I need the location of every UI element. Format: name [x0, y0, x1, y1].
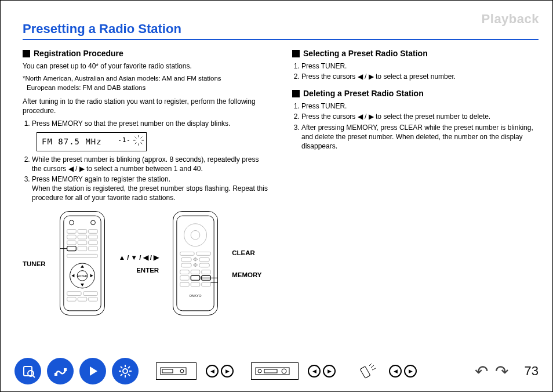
sel-step-1: Press TUNER. — [301, 61, 539, 71]
back-button[interactable]: ↶ — [475, 362, 488, 381]
device-1 — [156, 362, 197, 380]
svg-point-83 — [282, 369, 286, 373]
svg-line-73 — [121, 366, 122, 368]
note-na: *North American, Australian and Asian mo… — [23, 74, 269, 84]
tuner-label: TUNER — [23, 260, 46, 269]
del-step-1: Press TUNER. — [301, 101, 539, 111]
svg-point-68 — [123, 369, 128, 373]
svg-rect-82 — [264, 369, 277, 373]
device-2 — [251, 362, 299, 380]
del-step-3: After pressing MEMORY, press CLEAR while… — [301, 123, 539, 151]
svg-marker-67 — [90, 366, 97, 376]
svg-line-6 — [141, 136, 143, 138]
device-1-prev[interactable]: ◀ — [206, 365, 219, 378]
display-preset: -1- — [118, 136, 131, 145]
del-step-2: Press the cursors ◀ / ▶ to select the pr… — [301, 112, 539, 121]
remote-left-image: ENTER — [60, 211, 105, 318]
reg-step-3b-text: When the station is registered, the pres… — [32, 184, 268, 202]
remote-icon-footer — [353, 362, 380, 380]
section-header: Playback — [482, 12, 539, 27]
svg-line-76 — [121, 374, 122, 376]
svg-line-74 — [128, 374, 130, 376]
display-text: FM 87.5 MHz — [42, 137, 102, 146]
clear-label: CLEAR — [232, 249, 261, 258]
note-eu: European models: FM and DAB stations — [27, 84, 269, 93]
blink-icon — [133, 135, 144, 146]
registration-heading-text: Registration Procedure — [34, 48, 123, 59]
square-bullet-icon — [292, 90, 300, 97]
cursor-label: ▲ / ▼ / ◀ / ▶ — [119, 253, 159, 263]
reg-step-1: Press MEMORY so that the preset number o… — [32, 119, 269, 128]
svg-line-75 — [128, 366, 130, 368]
registration-heading: Registration Procedure — [23, 48, 269, 59]
svg-rect-66 — [64, 368, 67, 371]
remote-diagram: TUNER — [23, 211, 269, 318]
svg-line-5 — [141, 142, 143, 144]
enter-label: ENTER — [136, 266, 159, 275]
reg-step-2: While the preset number is blinking (app… — [32, 155, 269, 173]
reg-step-3: Press MEMORY again to register the stati… — [32, 175, 269, 203]
svg-rect-77 — [161, 368, 186, 375]
svg-rect-78 — [162, 369, 173, 373]
deleting-heading-text: Deleting a Preset Radio Station — [303, 88, 424, 99]
remote-right-image: ONKYO — [173, 211, 218, 318]
svg-line-7 — [135, 142, 137, 144]
title-divider — [23, 39, 539, 40]
svg-rect-84 — [360, 366, 370, 379]
svg-line-85 — [369, 364, 372, 366]
manual-icon[interactable] — [14, 358, 41, 384]
svg-line-86 — [371, 365, 374, 368]
footer-bar: ◀ ▶ ◀ ▶ ◀ ▶ ↶ ↷ 73 — [1, 353, 552, 391]
svg-line-87 — [372, 368, 376, 370]
display-panel: FM 87.5 MHz -1- — [37, 132, 147, 151]
device-2-next[interactable]: ▶ — [323, 365, 336, 378]
svg-text:ENTER: ENTER — [77, 275, 87, 278]
selecting-heading: Selecting a Preset Radio Station — [292, 48, 539, 59]
intro-text: You can preset up to 40* of your favorit… — [23, 61, 269, 71]
svg-rect-65 — [54, 373, 57, 376]
selecting-heading-text: Selecting a Preset Radio Station — [303, 48, 428, 59]
connect-icon[interactable] — [47, 358, 74, 384]
reg-step-3-text: Press MEMORY again to register the stati… — [32, 175, 170, 183]
svg-line-64 — [32, 375, 35, 378]
settings-icon[interactable] — [112, 358, 139, 384]
sel-step-2: Press the cursors ◀ / ▶ to select a pres… — [301, 72, 539, 81]
page-number: 73 — [525, 364, 539, 379]
left-column: Registration Procedure You can preset up… — [23, 45, 269, 318]
right-column: Selecting a Preset Radio Station Press T… — [292, 45, 539, 318]
svg-point-79 — [180, 369, 184, 373]
svg-point-81 — [258, 369, 261, 373]
device-2-prev[interactable]: ◀ — [308, 365, 321, 378]
deleting-heading: Deleting a Preset Radio Station — [292, 88, 539, 99]
remote-prev[interactable]: ◀ — [389, 365, 402, 378]
square-bullet-icon — [292, 50, 300, 57]
page-title: Presetting a Radio Station — [23, 21, 552, 37]
memory-label: MEMORY — [232, 271, 261, 280]
after-tune-text: After tuning in to the radio station you… — [23, 97, 269, 115]
svg-text:ONKYO: ONKYO — [190, 294, 202, 297]
forward-button[interactable]: ↷ — [495, 362, 508, 381]
device-1-next[interactable]: ▶ — [221, 365, 234, 378]
play-icon[interactable] — [79, 358, 106, 384]
remote-next[interactable]: ▶ — [404, 365, 417, 378]
square-bullet-icon — [23, 50, 30, 57]
svg-line-4 — [135, 136, 137, 138]
